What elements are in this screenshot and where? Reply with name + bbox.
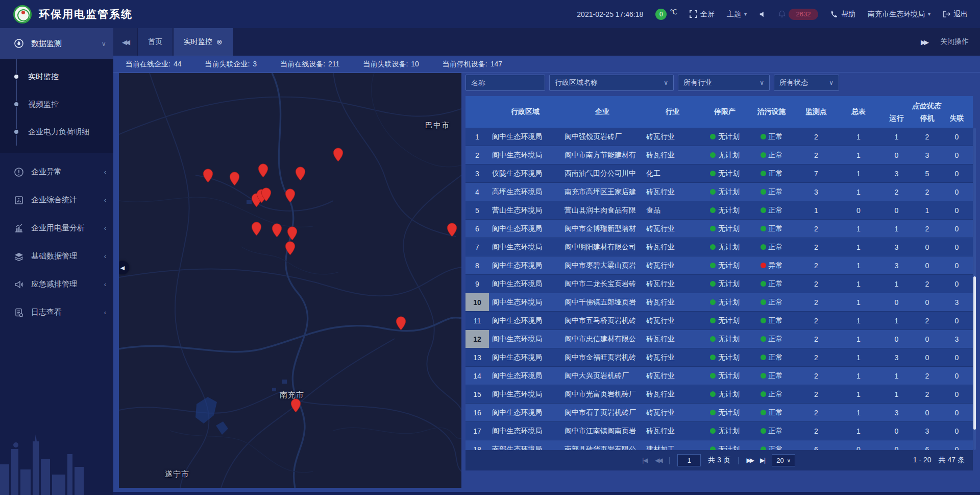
cell-lost: 3 xyxy=(941,335,972,343)
map-marker-pin[interactable] xyxy=(203,169,213,183)
sidebar-item-company-statistics[interactable]: 企业综合统计 ‹ xyxy=(0,186,113,214)
cell-points: 2 xyxy=(795,335,837,343)
map-marker-pin[interactable] xyxy=(285,188,296,203)
table-row[interactable]: 16 阆中生态环境局 阆中市石子页岩机砖厂 砖瓦行业 无计划 正常 2 1 3 … xyxy=(465,404,973,422)
sidebar-item-emergency-reduction[interactable]: 应急减排管理 ‹ xyxy=(0,270,113,298)
sidebar-item-company-abnormal[interactable]: 企业异常 ‹ xyxy=(0,158,113,186)
cell-industry: 砖瓦行业 xyxy=(643,427,702,436)
table-row[interactable]: 17 阆中生态环境局 阆中市江南镇阆南页岩 砖瓦行业 无计划 正常 2 1 0 … xyxy=(465,422,973,440)
cell-index: 4 xyxy=(465,183,489,201)
sidebar-item-base-data-management[interactable]: 基础数据管理 ‹ xyxy=(0,242,113,270)
table-row[interactable]: 12 阆中生态环境局 阆中市忠信建材有限公 砖瓦行业 无计划 正常 2 1 0 … xyxy=(465,330,973,348)
next-page-button[interactable]: ▶▶ xyxy=(747,457,753,464)
table-row[interactable]: 5 营山生态环境局 营山县润丰肉食品有限 食品 无计划 正常 1 0 0 1 0 xyxy=(465,201,973,220)
status-dot-icon xyxy=(710,152,716,158)
tabs-scroll-left-button[interactable]: ◀◀ xyxy=(113,28,137,56)
chevron-left-icon: ‹ xyxy=(104,309,106,316)
table-row[interactable]: 3 仪陇生态环境局 西南油气田分公司川中 化工 无计划 正常 7 1 3 5 0 xyxy=(465,164,973,183)
region-filter-select[interactable]: 行政区域名称∨ xyxy=(549,75,674,91)
tab-realtime-monitor[interactable]: 实时监控 ⊗ xyxy=(174,28,233,56)
page-number-input[interactable] xyxy=(677,454,701,466)
map-marker-pin[interactable] xyxy=(261,187,272,202)
map-marker-pin[interactable] xyxy=(290,398,301,413)
table-row[interactable]: 1 阆中生态环境局 阆中强锐页岩砖厂 砖瓦行业 无计划 正常 2 1 1 2 0 xyxy=(465,128,973,146)
cell-company: 阆中强锐页岩砖厂 xyxy=(561,132,643,142)
map-marker-pin[interactable] xyxy=(285,241,296,255)
theme-menu[interactable]: 主题▾ xyxy=(727,10,747,19)
table-row[interactable]: 7 阆中生态环境局 阆中明阳建材有限公司 砖瓦行业 无计划 正常 2 1 3 0… xyxy=(465,238,973,256)
stats-bar: 当前在线企业: 44 当前失联企业: 3 当前在线设备: 211 当前失联设备:… xyxy=(113,57,980,73)
sidebar-item-video-monitor[interactable]: 视频监控 xyxy=(0,90,113,118)
name-filter-input[interactable] xyxy=(465,75,545,91)
map-marker-pin[interactable] xyxy=(333,148,344,162)
first-page-button[interactable]: ▶∣ xyxy=(643,457,648,464)
tab-close-icon[interactable]: ⊗ xyxy=(216,38,223,46)
map-panel[interactable]: ◀ 巴中市南充市遂宁市 xyxy=(119,73,461,488)
cell-region: 阆中生态环境局 xyxy=(489,151,561,160)
cell-stop: 2 xyxy=(913,188,941,196)
table-row[interactable]: 10 阆中生态环境局 阆中千佛镇五郎垭页岩 砖瓦行业 无计划 正常 2 1 0 … xyxy=(465,293,973,312)
mute-button[interactable] xyxy=(759,11,766,18)
last-page-button[interactable]: ▶∣ xyxy=(760,457,765,464)
table-row[interactable]: 11 阆中生态环境局 阆中市五马桥页岩机砖 砖瓦行业 无计划 正常 2 1 1 … xyxy=(465,312,973,330)
cell-limit-status: 无计划 xyxy=(702,279,748,289)
cell-lost: 0 xyxy=(941,262,972,270)
table-row[interactable]: 9 阆中生态环境局 阆中市二龙长宝页岩砖 砖瓦行业 无计划 正常 2 1 1 2… xyxy=(465,275,973,293)
table-row[interactable]: 6 阆中生态环境局 阆中市金博瑞新型墙材 砖瓦行业 无计划 正常 2 1 1 2… xyxy=(465,220,973,238)
cell-industry: 建材加工 xyxy=(643,445,702,451)
close-operations-button[interactable]: 关闭操作 xyxy=(940,37,969,46)
cell-run: 0 xyxy=(880,206,913,215)
bottom-edge xyxy=(113,492,980,495)
page-size-select[interactable]: 20∨ xyxy=(772,454,795,466)
scrollbar-thumb[interactable] xyxy=(973,276,976,430)
cell-lost: 0 xyxy=(941,151,972,159)
status-filter-select[interactable]: 所有状态∨ xyxy=(774,75,839,91)
tabs-scroll-right-button[interactable]: ▶▶ xyxy=(921,38,927,46)
cell-run: 2 xyxy=(880,188,913,196)
sidebar-item-data-monitoring[interactable]: 数据监测 ∨ xyxy=(0,28,113,59)
cell-lost: 0 xyxy=(941,280,972,288)
cell-limit-status: 无计划 xyxy=(702,335,748,344)
cell-company: 阆中市二龙长宝页岩砖 xyxy=(561,279,643,289)
sidebar-item-realtime-monitor[interactable]: 实时监控 xyxy=(0,63,113,90)
alert-circle-icon xyxy=(14,167,24,177)
table-row[interactable]: 2 阆中生态环境局 阆中市南方节能建材有 砖瓦行业 无计划 正常 2 1 0 3… xyxy=(465,146,973,164)
tab-home[interactable]: 首页 xyxy=(138,28,173,56)
table-scrollbar[interactable] xyxy=(973,128,976,450)
fullscreen-button[interactable]: 全屏 xyxy=(690,10,715,19)
notifications[interactable]: 2632 xyxy=(778,9,818,20)
table-row[interactable]: 4 高坪生态环境局 南充市高坪区王家店建 砖瓦行业 无计划 正常 3 1 2 2… xyxy=(465,183,973,201)
cell-company: 阆中市金福旺页岩机砖 xyxy=(561,353,643,362)
table-row[interactable]: 15 阆中生态环境局 阆中市光富页岩机砖厂 砖瓦行业 无计划 正常 2 1 1 … xyxy=(465,385,973,404)
map-marker-pin[interactable] xyxy=(251,222,262,236)
map-marker-pin[interactable] xyxy=(396,316,406,331)
map-marker-pin[interactable] xyxy=(229,172,240,186)
cell-industry: 食品 xyxy=(643,206,702,215)
cell-company: 阆中明阳建材有限公司 xyxy=(561,243,643,252)
map-marker-pin[interactable] xyxy=(287,226,298,241)
map-marker-pin[interactable] xyxy=(258,163,268,178)
org-menu[interactable]: 南充市生态环境局▾ xyxy=(868,10,930,19)
status-dot-icon xyxy=(710,207,716,213)
cell-meters: 1 xyxy=(837,335,880,343)
prev-page-button[interactable]: ◀◀ xyxy=(655,457,661,464)
cell-sewage-status: 正常 xyxy=(748,151,795,160)
map-marker-pin[interactable] xyxy=(447,223,457,237)
table-row[interactable]: 8 阆中生态环境局 阆中市枣碧大梁山页岩 砖瓦行业 无计划 异常 2 1 3 0… xyxy=(465,256,973,275)
sidebar-item-log-view[interactable]: 日志查看 ‹ xyxy=(0,298,113,326)
map-marker-pin[interactable] xyxy=(272,223,282,238)
sidebar-item-power-usage-analysis[interactable]: 企业用电量分析 ‹ xyxy=(0,214,113,242)
industry-filter-select[interactable]: 所有行业∨ xyxy=(678,75,770,91)
cell-sewage-status: 正常 xyxy=(748,316,795,325)
table-row[interactable]: 14 阆中生态环境局 阆中大兴页岩机砖厂 砖瓦行业 无计划 正常 2 1 1 2… xyxy=(465,367,973,385)
table-row[interactable]: 13 阆中生态环境局 阆中市金福旺页岩机砖 砖瓦行业 无计划 正常 2 1 3 … xyxy=(465,348,973,367)
logout-button[interactable]: 退出 xyxy=(943,10,968,19)
cell-region: 阆中生态环境局 xyxy=(489,261,561,270)
status-dot-icon xyxy=(710,318,716,323)
cell-company: 营山县润丰肉食品有限 xyxy=(561,206,643,215)
help-button[interactable]: 帮助 xyxy=(830,10,855,19)
table-row[interactable]: 18 南部生态环境局 南部县砖华页岩有限公 建材加工 无计划 正常 6 0 0 … xyxy=(465,440,973,450)
cell-industry: 砖瓦行业 xyxy=(643,390,702,399)
map-marker-pin[interactable] xyxy=(295,167,306,181)
sidebar-item-power-load-detail[interactable]: 企业电力负荷明细 xyxy=(0,118,113,146)
